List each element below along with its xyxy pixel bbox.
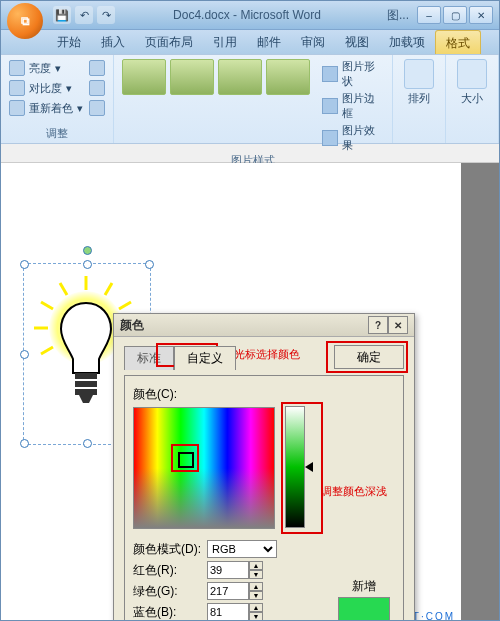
spin-up-icon[interactable]: ▲ (249, 582, 263, 591)
recolor-button[interactable]: 重新着色 ▾ (9, 99, 83, 117)
context-tab-label: 图... (387, 7, 409, 24)
dialog-close-button[interactable]: ✕ (388, 316, 408, 334)
group-label-adjust: 调整 (9, 126, 105, 141)
document-area: 第 九 软件网 WWW·D9SOFT·COM 颜色 ? ✕ 标准 自定义 (1, 163, 499, 621)
group-adjust: 亮度 ▾ 对比度 ▾ 重新着色 ▾ 调整 (1, 55, 114, 143)
size-button[interactable]: 大小 (454, 59, 490, 106)
crop-icon (457, 59, 487, 89)
style-thumb[interactable] (170, 59, 214, 95)
undo-icon[interactable]: ↶ (75, 6, 93, 24)
group-arrange: 排列 (393, 55, 446, 143)
contrast-icon (9, 80, 25, 96)
tab-review[interactable]: 审阅 (291, 30, 335, 54)
border-icon (322, 98, 338, 114)
custom-color-panel: 颜色(C): 调整颜色深浅 颜色模式(D): RGB (124, 375, 404, 621)
new-color-label: 新增 (335, 578, 393, 595)
color-mode-row: 颜色模式(D): RGB (133, 540, 395, 558)
dialog-help-button[interactable]: ? (368, 316, 388, 334)
dialog-title: 颜色 (120, 317, 144, 334)
spin-up-icon[interactable]: ▲ (249, 603, 263, 612)
shape-icon (322, 66, 338, 82)
color-spectrum[interactable] (133, 407, 275, 529)
color-dialog: 颜色 ? ✕ 标准 自定义 光标选择颜色 确定 取消 颜 (113, 313, 415, 621)
annotation-box (281, 402, 323, 534)
recolor-icon (9, 100, 25, 116)
tab-references[interactable]: 引用 (203, 30, 247, 54)
color-mode-select[interactable]: RGB (207, 540, 277, 558)
red-input[interactable] (207, 561, 249, 579)
office-button[interactable]: ⧉ (7, 3, 43, 39)
tab-addins[interactable]: 加载项 (379, 30, 435, 54)
sun-icon (9, 60, 25, 76)
mode-label: 颜色模式(D): (133, 541, 201, 558)
arrange-icon (404, 59, 434, 89)
style-thumb[interactable] (266, 59, 310, 95)
spin-down-icon[interactable]: ▼ (249, 591, 263, 600)
annotation-luminance: 调整颜色深浅 (321, 484, 387, 499)
picture-shape-button[interactable]: 图片形状 (322, 59, 384, 89)
spin-down-icon[interactable]: ▼ (249, 570, 263, 579)
app-window: ⧉ 💾 ↶ ↷ Doc4.docx - Microsoft Word 图... … (0, 0, 500, 621)
style-thumb[interactable] (218, 59, 262, 95)
red-label: 红色(R): (133, 562, 201, 579)
ribbon-tabs: 开始 插入 页面布局 引用 邮件 审阅 视图 加载项 格式 (1, 30, 499, 55)
compress-button[interactable] (89, 59, 105, 77)
contrast-button[interactable]: 对比度 ▾ (9, 79, 83, 97)
color-preview: 新增 当前 (335, 576, 393, 621)
picture-effects-button[interactable]: 图片效果 (322, 123, 384, 153)
tab-format[interactable]: 格式 (435, 30, 481, 54)
effects-icon (322, 130, 338, 146)
quick-access-toolbar: 💾 ↶ ↷ (53, 6, 115, 24)
tab-mailings[interactable]: 邮件 (247, 30, 291, 54)
ribbon: 亮度 ▾ 对比度 ▾ 重新着色 ▾ 调整 (1, 55, 499, 144)
tab-insert[interactable]: 插入 (91, 30, 135, 54)
titlebar: ⧉ 💾 ↶ ↷ Doc4.docx - Microsoft Word 图... … (1, 1, 499, 30)
group-picture-styles: 图片形状 图片边框 图片效果 图片样式 (114, 55, 393, 143)
green-label: 绿色(G): (133, 583, 201, 600)
new-color-swatch (338, 597, 390, 621)
picture-border-button[interactable]: 图片边框 (322, 91, 384, 121)
tab-view[interactable]: 视图 (335, 30, 379, 54)
tab-custom[interactable]: 自定义 (174, 346, 236, 370)
blue-label: 蓝色(B): (133, 604, 201, 621)
reset-icon (89, 100, 105, 116)
annotation-box (171, 444, 199, 472)
change-pic-icon (89, 80, 105, 96)
minimize-button[interactable]: – (417, 6, 441, 24)
annotation-box (326, 341, 408, 373)
redo-icon[interactable]: ↷ (97, 6, 115, 24)
change-picture-button[interactable] (89, 79, 105, 97)
color-label: 颜色(C): (133, 386, 395, 403)
close-button[interactable]: ✕ (469, 6, 493, 24)
arrange-button[interactable]: 排列 (401, 59, 437, 106)
brightness-button[interactable]: 亮度 ▾ (9, 59, 83, 77)
spin-down-icon[interactable]: ▼ (249, 612, 263, 621)
tab-home[interactable]: 开始 (47, 30, 91, 54)
group-size: 大小 (446, 55, 499, 143)
annotation-cursor: 光标选择颜色 (234, 347, 300, 362)
style-thumb[interactable] (122, 59, 166, 95)
style-gallery[interactable] (122, 59, 310, 95)
green-input[interactable] (207, 582, 249, 600)
reset-picture-button[interactable] (89, 99, 105, 117)
window-title: Doc4.docx - Microsoft Word (115, 8, 379, 22)
spin-up-icon[interactable]: ▲ (249, 561, 263, 570)
save-icon[interactable]: 💾 (53, 6, 71, 24)
restore-button[interactable]: ▢ (443, 6, 467, 24)
compress-icon (89, 60, 105, 76)
blue-input[interactable] (207, 603, 249, 621)
dialog-titlebar[interactable]: 颜色 ? ✕ (114, 314, 414, 337)
tab-layout[interactable]: 页面布局 (135, 30, 203, 54)
